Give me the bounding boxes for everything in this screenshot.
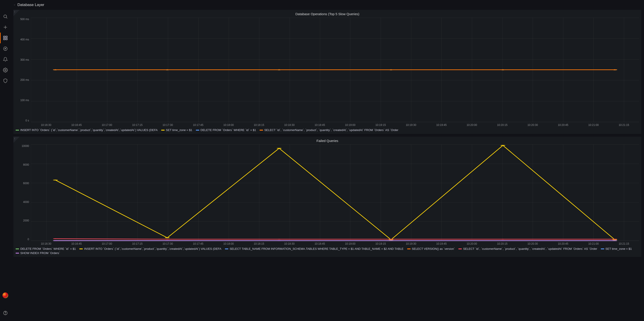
chevron-down-icon [14,4,16,6]
x-tick: 10:19:45 [426,242,456,245]
svg-point-77 [500,240,505,241]
sidebar [0,0,11,321]
x-tick: 10:17:00 [92,124,122,127]
sidebar-alerting[interactable] [0,54,11,65]
x-tick: 10:17:30 [152,242,183,245]
x-tick: 10:20:45 [548,124,578,127]
x-tick: 10:18:30 [274,124,304,127]
svg-rect-7 [6,38,7,40]
y-tick: 8000 [23,163,29,166]
legend-label: SELECT TABLE_NAME FROM INFORMATION_SCHEM… [230,247,404,250]
svg-point-66 [612,239,617,240]
svg-point-36 [612,69,617,70]
y-tick: 2000 [23,219,29,222]
avatar[interactable] [2,293,8,298]
svg-point-0 [4,15,7,18]
info-icon[interactable]: i [14,137,15,140]
legend-item[interactable]: SET time_zone = $1 [601,247,632,250]
legend-swatch [225,248,228,249]
svg-point-73 [53,240,58,241]
x-tick: 10:19:15 [366,242,396,245]
legend-swatch [458,248,462,249]
x-tick: 10:20:45 [548,242,578,245]
svg-rect-5 [6,36,7,37]
x-tick: 10:20:30 [518,242,548,245]
x-tick: 10:21:15 [609,242,639,245]
legend-item[interactable]: SELECT TABLE_NAME FROM INFORMATION_SCHEM… [225,247,404,250]
sidebar-dashboards[interactable] [0,33,11,43]
legend-item[interactable]: INSERT INTO `Orders` (`id`,`customerName… [16,128,158,132]
x-tick: 10:17:00 [92,242,122,245]
legend-item[interactable]: DELETE FROM `Orders` WHERE `id` = $1 [196,128,256,132]
x-tick: 10:16:45 [61,242,92,245]
legend-item[interactable]: SELECT VERSION() as `version` [407,247,455,250]
svg-point-64 [389,239,394,240]
sidebar-explore[interactable] [0,43,11,54]
legend-item[interactable]: SELECT `id`, `customerName`, `product`, … [260,128,398,132]
legend-swatch [196,130,199,131]
legend-swatch [260,130,263,131]
x-tick: 10:18:15 [244,124,274,127]
legend-swatch [601,248,604,249]
legend-item[interactable]: SET time_zone = $1 [161,128,192,132]
chart-plot[interactable] [31,18,639,122]
x-tick: 10:18:00 [213,242,244,245]
svg-point-47 [500,145,505,146]
y-tick: 100 ms [20,99,29,102]
x-tick: 10:17:45 [183,242,213,245]
sidebar-help[interactable] [0,308,11,318]
x-tick: 10:18:00 [213,124,244,127]
sidebar-create[interactable] [0,22,11,33]
legend-item[interactable]: DELETE FROM `Orders` WHERE `id` = $1 [16,247,76,250]
legend-label: SELECT VERSION() as `version` [412,247,455,250]
sidebar-search[interactable] [0,11,11,22]
y-axis: 1000080006000400020000 [16,145,31,241]
x-tick: 10:18:30 [274,242,304,245]
legend-item[interactable]: SELECT `id`, `customerName`, `product`, … [458,247,597,250]
x-axis: 10:16:3010:16:4510:17:0010:17:1510:17:30… [31,241,639,245]
x-tick: 10:18:45 [304,242,335,245]
svg-point-12 [5,314,6,314]
svg-point-76 [389,240,394,241]
x-tick: 10:17:15 [122,124,152,127]
legend-label: SHOW INDEX FROM `Orders` [20,251,60,255]
chart-plot[interactable] [31,145,639,241]
plus-icon [3,25,8,30]
x-tick: 10:19:00 [335,242,366,245]
x-tick: 10:17:30 [152,124,183,127]
info-icon[interactable]: i [14,10,15,13]
svg-point-43 [53,180,58,180]
sidebar-admin[interactable] [0,75,11,86]
x-tick: 10:21:00 [578,242,609,245]
x-tick: 10:19:30 [396,124,426,127]
x-tick: 10:19:15 [366,124,396,127]
svg-point-75 [276,240,282,241]
svg-point-61 [53,238,58,239]
legend-swatch [16,130,19,131]
x-tick: 10:16:30 [31,124,61,127]
x-tick: 10:19:00 [335,124,366,127]
shield-icon [3,78,8,83]
legend-swatch [161,130,164,131]
x-tick: 10:18:45 [304,124,335,127]
y-tick: 10000 [22,145,29,148]
x-tick: 10:20:00 [456,124,487,127]
svg-point-32 [165,69,170,70]
x-tick: 10:20:00 [456,242,487,245]
x-tick: 10:20:15 [487,242,518,245]
main-content: Database Layer i Database Operations (To… [11,0,644,321]
svg-point-35 [500,69,505,70]
x-axis: 10:16:3010:16:4510:17:0010:17:1510:17:30… [31,122,639,127]
x-tick: 10:16:45 [61,124,92,127]
legend-item[interactable]: SHOW INDEX FROM `Orders` [16,251,60,255]
panel-slow-queries[interactable]: i Database Operations (Top 5 Slow Querie… [14,10,641,134]
panel-failed-queries[interactable]: i Failed Queries 1000080006000400020000 … [14,137,641,257]
y-tick: 6000 [23,182,29,185]
svg-line-1 [6,17,7,18]
legend-item[interactable]: INSERT INTO `Orders` (`id`,`customerName… [80,247,222,250]
legend-swatch [16,253,19,254]
sidebar-settings[interactable] [0,65,11,75]
legend-label: SET time_zone = $1 [606,247,632,250]
section-header[interactable]: Database Layer [14,0,641,10]
y-tick: 4000 [23,200,29,204]
